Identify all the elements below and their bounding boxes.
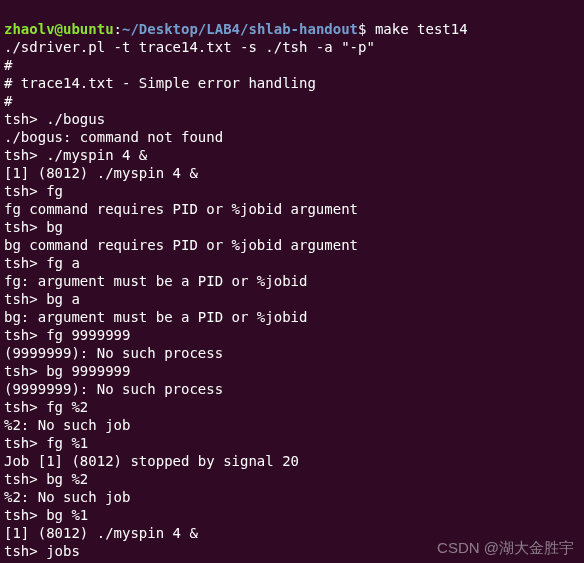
- output-line: #: [4, 93, 12, 109]
- output-line: tsh> ./bogus: [4, 111, 105, 127]
- output-line: %2: No such job: [4, 417, 130, 433]
- output-line: bg: argument must be a PID or %jobid: [4, 309, 307, 325]
- output-line: [1] (8012) ./myspin 4 &: [4, 525, 198, 541]
- output-line: [1] (8012) ./myspin 4 &: [4, 165, 198, 181]
- terminal-output[interactable]: zhaolv@ubuntu:~/Desktop/LAB4/shlab-hando…: [4, 2, 580, 563]
- output-line: tsh> fg a: [4, 255, 80, 271]
- output-line: fg: argument must be a PID or %jobid: [4, 273, 307, 289]
- output-line: #: [4, 57, 12, 73]
- output-line: ./bogus: command not found: [4, 129, 223, 145]
- output-line: Job [1] (8012) stopped by signal 20: [4, 453, 299, 469]
- output-line: tsh> fg %1: [4, 435, 88, 451]
- output-line: (9999999): No such process: [4, 381, 223, 397]
- output-line: tsh> ./myspin 4 &: [4, 147, 147, 163]
- output-line: bg command requires PID or %jobid argume…: [4, 237, 358, 253]
- prompt-user: zhaolv@ubuntu: [4, 21, 114, 37]
- output-line: tsh> bg %1: [4, 507, 88, 523]
- output-line: tsh> bg %2: [4, 471, 88, 487]
- output-line: tsh> fg %2: [4, 399, 88, 415]
- output-line: # trace14.txt - Simple error handling: [4, 75, 316, 91]
- output-line: %2: No such job: [4, 489, 130, 505]
- prompt-colon: :: [114, 21, 122, 37]
- output-line: ./sdriver.pl -t trace14.txt -s ./tsh -a …: [4, 39, 375, 55]
- output-line: tsh> jobs: [4, 543, 80, 559]
- output-line: tsh> bg: [4, 219, 63, 235]
- prompt-dollar: $: [358, 21, 366, 37]
- output-line: tsh> fg 9999999: [4, 327, 130, 343]
- output-line: (9999999): No such process: [4, 345, 223, 361]
- output-line: fg command requires PID or %jobid argume…: [4, 201, 358, 217]
- command-input: make test14: [375, 21, 468, 37]
- output-line: tsh> bg 9999999: [4, 363, 130, 379]
- prompt-path: ~/Desktop/LAB4/shlab-handout: [122, 21, 358, 37]
- output-line: tsh> fg: [4, 183, 63, 199]
- output-line: tsh> bg a: [4, 291, 80, 307]
